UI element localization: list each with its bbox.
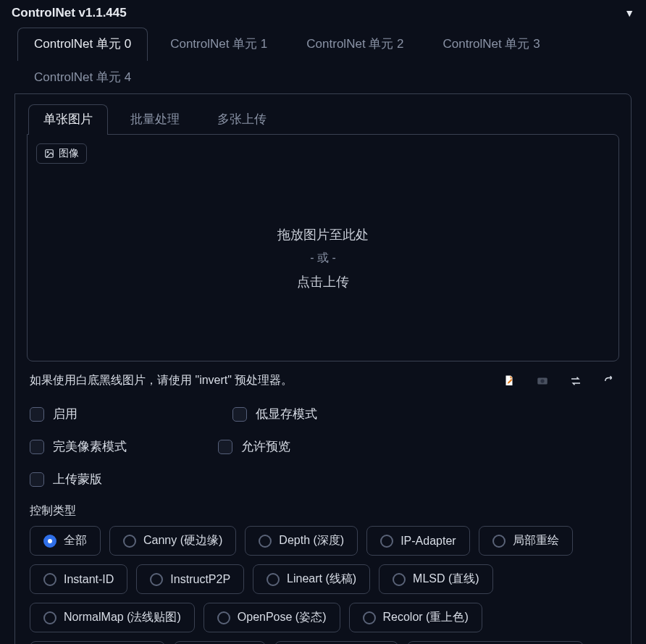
radio-openpose[interactable]: OpenPose (姿态) <box>204 603 340 632</box>
checkbox-box <box>232 407 247 422</box>
svg-point-3 <box>540 379 544 382</box>
radio-dot <box>123 535 136 548</box>
new-canvas-icon[interactable] <box>502 375 516 388</box>
unit-tab-3[interactable]: ControlNet 单元 3 <box>427 28 557 61</box>
radio-segmentation[interactable]: Segmentation (语义分割) <box>407 641 584 644</box>
panel-title: ControlNet v1.1.445 <box>12 6 127 20</box>
radio-mlsd[interactable]: MLSD (直线) <box>379 564 493 594</box>
checkbox-box <box>30 472 44 487</box>
checkbox-pixel-perfect[interactable]: 完美像素模式 <box>30 438 218 455</box>
radio-canny[interactable]: Canny (硬边缘) <box>109 526 236 556</box>
radio-normalmap[interactable]: NormalMap (法线贴图) <box>30 603 195 632</box>
checkbox-box <box>30 440 44 454</box>
dropzone-sep: - 或 - <box>310 251 336 266</box>
unit-tab-2[interactable]: ControlNet 单元 2 <box>290 28 420 61</box>
unit-tabs: ControlNet 单元 0 ControlNet 单元 1 ControlN… <box>0 28 646 94</box>
unit-tab-0[interactable]: ControlNet 单元 0 <box>17 28 148 61</box>
image-source-tabs: 单张图片 批量处理 多张上传 <box>15 94 631 135</box>
radio-scribble[interactable]: Scribble (涂鸦) <box>274 641 398 644</box>
radio-label: 全部 <box>64 533 87 548</box>
radio-label: Lineart (线稿) <box>287 572 356 587</box>
image-tools <box>502 375 616 388</box>
checkbox-allow-preview[interactable]: 允许预览 <box>218 438 522 455</box>
checkbox-upload-mask[interactable]: 上传蒙版 <box>30 471 247 488</box>
radio-dot <box>43 535 56 548</box>
radio-label: Canny (硬边缘) <box>143 533 222 548</box>
checkbox-box <box>218 440 232 454</box>
option-checkboxes: 启用 低显存模式 完美像素模式 允许预览 上传蒙版 <box>15 393 631 492</box>
checkbox-low-vram[interactable]: 低显存模式 <box>232 406 435 422</box>
checkbox-label: 完美像素模式 <box>53 438 127 455</box>
image-dropzone[interactable]: 拖放图片至此处 - 或 - 点击上传 <box>36 164 610 352</box>
radio-recolor[interactable]: Recolor (重上色) <box>349 603 482 632</box>
dropzone-line2: 点击上传 <box>297 273 349 290</box>
control-type-label: 控制类型 <box>15 492 631 526</box>
radio-dot <box>380 535 393 548</box>
unit-tab-1[interactable]: ControlNet 单元 1 <box>154 28 284 61</box>
checkbox-label: 低显存模式 <box>256 406 317 422</box>
radio-ip-adapter[interactable]: IP-Adapter <box>366 526 469 556</box>
radio-label: NormalMap (法线贴图) <box>64 610 181 625</box>
checkbox-label: 允许预览 <box>241 438 290 455</box>
radio-dot <box>363 611 376 624</box>
image-icon <box>44 149 54 159</box>
radio-instant-id[interactable]: Instant-ID <box>30 564 127 594</box>
radio-revision[interactable]: Revision <box>174 641 266 644</box>
checkbox-box <box>30 407 44 422</box>
radio-reference[interactable]: Reference (参考) <box>30 641 165 644</box>
radio-dot <box>393 573 406 586</box>
hint-row: 如果使用白底黑线图片，请使用 "invert" 预处理器。 <box>15 373 631 393</box>
checkbox-label: 启用 <box>53 406 77 422</box>
radio-label: Depth (深度) <box>279 533 344 548</box>
image-badge-label: 图像 <box>59 147 79 160</box>
tab-single-image[interactable]: 单张图片 <box>28 104 108 135</box>
controlnet-panel: ControlNet v1.1.445 ▼ ControlNet 单元 0 Co… <box>0 0 646 644</box>
tab-multi-upload[interactable]: 多张上传 <box>202 104 282 135</box>
radio-dot <box>217 611 230 624</box>
control-type-radios: 全部 Canny (硬边缘) Depth (深度) IP-Adapter 局部重… <box>15 526 631 644</box>
radio-dot <box>150 573 163 586</box>
panel-header[interactable]: ControlNet v1.1.445 ▼ <box>0 0 646 28</box>
radio-lineart[interactable]: Lineart (线稿) <box>253 564 370 594</box>
checkbox-label: 上传蒙版 <box>53 471 102 488</box>
radio-label: IP-Adapter <box>400 535 456 548</box>
radio-dot <box>259 535 272 548</box>
tab-batch[interactable]: 批量处理 <box>115 104 195 135</box>
swap-icon[interactable] <box>569 375 583 388</box>
dropzone-line1: 拖放图片至此处 <box>277 226 369 243</box>
radio-dot <box>267 573 280 586</box>
svg-point-1 <box>47 151 49 153</box>
radio-instructp2p[interactable]: InstructP2P <box>136 564 244 594</box>
radio-dot <box>43 573 56 586</box>
checkbox-enable[interactable]: 启用 <box>30 406 232 422</box>
image-area: 图像 拖放图片至此处 - 或 - 点击上传 <box>27 134 619 361</box>
webcam-icon[interactable] <box>535 375 550 388</box>
radio-label: Recolor (重上色) <box>383 610 469 625</box>
radio-label: 局部重绘 <box>513 533 559 548</box>
radio-dot <box>43 611 56 624</box>
radio-label: Instant-ID <box>64 573 114 586</box>
send-back-icon[interactable] <box>602 375 616 388</box>
radio-label: MLSD (直线) <box>413 572 479 587</box>
unit-content: 单张图片 批量处理 多张上传 图像 拖放图片至此处 - 或 - 点击上传 如果使… <box>14 93 632 644</box>
unit-tab-4[interactable]: ControlNet 单元 4 <box>17 61 148 94</box>
radio-dot <box>492 535 506 548</box>
radio-inpaint[interactable]: 局部重绘 <box>479 526 573 556</box>
radio-all[interactable]: 全部 <box>30 526 101 556</box>
collapse-caret-icon[interactable]: ▼ <box>624 7 634 19</box>
invert-hint: 如果使用白底黑线图片，请使用 "invert" 预处理器。 <box>30 373 293 388</box>
radio-depth[interactable]: Depth (深度) <box>245 526 358 556</box>
radio-label: OpenPose (姿态) <box>238 610 327 625</box>
radio-label: InstructP2P <box>170 573 230 586</box>
image-badge[interactable]: 图像 <box>36 143 87 164</box>
